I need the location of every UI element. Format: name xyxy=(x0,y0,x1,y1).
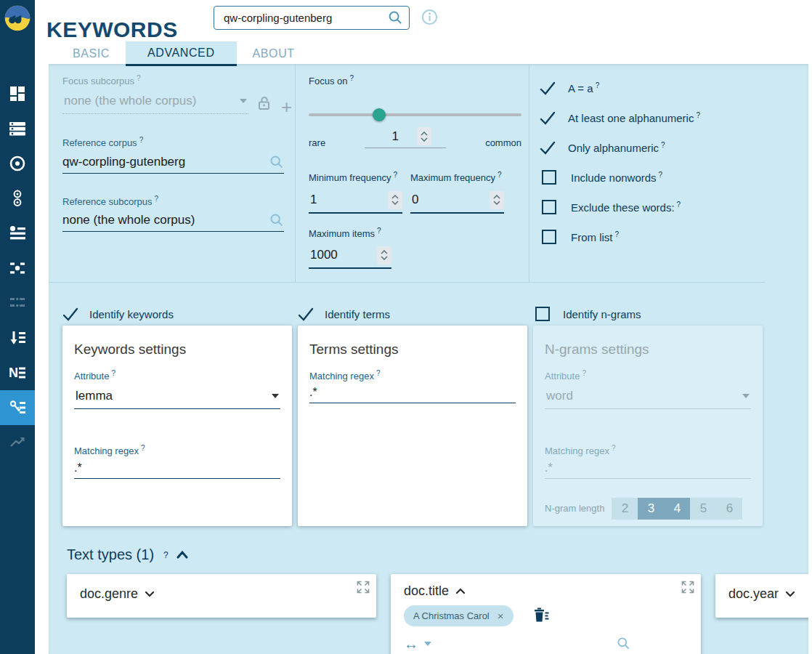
identify-terms-toggle[interactable]: Identify terms xyxy=(298,306,527,322)
minimum-frequency-field xyxy=(309,191,402,214)
terms-regex-field xyxy=(309,386,516,403)
maximum-items-input[interactable] xyxy=(309,247,355,263)
option-a-equals-a[interactable]: A = a? xyxy=(540,73,765,102)
help-icon[interactable]: ? xyxy=(696,111,700,119)
help-icon[interactable]: ? xyxy=(155,195,159,203)
ngram-length-segments: 2 3 4 5 6 xyxy=(612,498,742,520)
option-only-alphanumeric[interactable]: Only alphanumeric? xyxy=(540,132,765,162)
advanced-form-panel: Focus subcorpus? none (the whole corpus)… xyxy=(49,64,808,654)
frequency-sort-icon xyxy=(9,330,25,346)
tab-advanced[interactable]: ADVANCED xyxy=(126,41,237,66)
view-tabs: BASIC ADVANCED ABOUT xyxy=(57,41,311,66)
stepper-buttons[interactable] xyxy=(377,246,391,265)
minimum-frequency-input[interactable] xyxy=(309,192,355,208)
help-icon[interactable]: ? xyxy=(376,369,381,377)
remove-chip-icon[interactable]: × xyxy=(498,610,504,621)
sidebar-item-concordance[interactable] xyxy=(0,146,35,181)
sidebar-item-keywords[interactable] xyxy=(0,390,35,425)
stepper-buttons[interactable] xyxy=(417,127,431,145)
ngrams-regex-field xyxy=(545,461,751,479)
tab-about[interactable]: ABOUT xyxy=(237,41,311,66)
corpus-column: Focus subcorpus? none (the whole corpus)… xyxy=(49,64,296,282)
help-icon[interactable]: ? xyxy=(139,136,144,144)
identify-keywords-toggle[interactable]: Identify keywords xyxy=(62,306,292,322)
focus-subcorpus-select: none (the whole corpus) xyxy=(62,86,248,114)
maximum-frequency-input[interactable] xyxy=(410,192,457,208)
sidebar-item-dashboard[interactable] xyxy=(0,76,35,111)
keywords-attribute-select[interactable]: lemma xyxy=(74,382,280,409)
slider-max-label: common xyxy=(485,137,521,148)
chevron-down-icon[interactable] xyxy=(424,642,431,646)
app-logo[interactable] xyxy=(0,0,35,36)
range-toggle-icon[interactable]: ↔ xyxy=(404,639,418,649)
help-icon[interactable]: ? xyxy=(596,81,600,89)
chevron-up-icon[interactable] xyxy=(176,550,189,560)
expand-icon[interactable] xyxy=(681,580,695,597)
doc-title-toggle[interactable]: doc.title xyxy=(404,584,688,599)
clear-selection-trash-icon[interactable] xyxy=(533,607,549,625)
reference-corpus-input[interactable] xyxy=(62,155,269,169)
ngram-length-label: N-gram length xyxy=(545,503,604,514)
sidebar-item-word-sketch[interactable] xyxy=(0,181,35,216)
help-icon[interactable]: ? xyxy=(111,369,115,377)
help-icon[interactable]: ? xyxy=(377,227,381,235)
sidebar-item-ngrams[interactable]: N xyxy=(0,355,35,390)
ngram-length-3: 3 xyxy=(638,498,664,520)
doc-genre-toggle[interactable]: doc.genre xyxy=(80,586,363,602)
help-icon[interactable]: ? xyxy=(615,230,620,238)
option-include-nonwords[interactable]: Include nonwords? xyxy=(540,162,765,192)
maximum-items-label: Maximum items? xyxy=(309,227,529,239)
checkbox-empty-icon xyxy=(542,200,556,214)
maximum-items-field xyxy=(309,246,391,269)
focus-on-value-input[interactable] xyxy=(379,129,411,145)
sidebar-item-corpora[interactable] xyxy=(0,111,35,146)
help-icon[interactable]: ? xyxy=(349,74,354,82)
sketch-engine-logo-icon xyxy=(3,4,32,33)
matching-regex-label: Matching regex? xyxy=(74,444,280,456)
expand-icon[interactable] xyxy=(356,580,370,597)
help-icon[interactable]: ? xyxy=(393,171,397,179)
keywords-settings-card: Keywords settings Attribute? lemma Match… xyxy=(62,326,292,526)
selected-values-row: A Christmas Carol × xyxy=(404,605,688,626)
matching-regex-label: Matching regex? xyxy=(545,444,751,456)
help-icon[interactable]: ? xyxy=(498,171,502,179)
focus-on-slider[interactable] xyxy=(309,108,521,121)
search-icon[interactable] xyxy=(388,10,403,25)
value-chip: A Christmas Carol × xyxy=(404,605,513,626)
tab-basic[interactable]: BASIC xyxy=(57,41,126,66)
sidebar-item-trends xyxy=(0,425,35,460)
stepper-buttons[interactable] xyxy=(388,191,402,209)
slider-scale: rare common xyxy=(309,127,521,148)
help-icon[interactable]: ? xyxy=(661,141,665,149)
texttype-value-search-input[interactable] xyxy=(437,637,611,650)
keywords-regex-input[interactable] xyxy=(74,461,280,475)
search-icon xyxy=(269,213,284,227)
sidebar-item-sketch-diff[interactable] xyxy=(0,251,35,286)
option-exclude-these-words[interactable]: Exclude these words:? xyxy=(540,192,765,222)
help-icon[interactable]: ? xyxy=(141,444,145,452)
corpus-search-input[interactable] xyxy=(222,11,388,25)
option-from-list[interactable]: From list? xyxy=(540,222,765,251)
sidebar-item-frequency[interactable] xyxy=(0,320,35,355)
stepper-buttons[interactable] xyxy=(490,191,504,209)
help-icon[interactable]: ? xyxy=(659,171,663,179)
help-icon[interactable]: ? xyxy=(137,74,141,82)
slider-knob[interactable] xyxy=(373,108,386,121)
info-icon[interactable] xyxy=(421,9,438,28)
terms-regex-input[interactable] xyxy=(309,386,516,399)
focus-subcorpus-label: Focus subcorpus? xyxy=(62,74,295,86)
reference-subcorpus-input[interactable] xyxy=(62,213,269,227)
doc-year-toggle[interactable]: doc.year xyxy=(728,586,808,602)
help-icon[interactable]: ? xyxy=(677,201,681,209)
option-at-least-one-alphanumeric[interactable]: At least one alphanumeric? xyxy=(540,102,765,132)
texttype-card-doc-year: doc.year xyxy=(715,574,808,618)
slider-track[interactable] xyxy=(309,113,521,116)
help-icon[interactable]: ? xyxy=(163,550,169,560)
chevron-down-icon xyxy=(785,591,795,597)
add-subcorpus-icon[interactable]: + xyxy=(281,100,292,114)
keywords-icon xyxy=(9,400,25,416)
ngram-length-2: 2 xyxy=(612,498,638,520)
identify-ngrams-toggle[interactable]: Identify n-grams xyxy=(533,306,763,322)
ngram-length-5: 5 xyxy=(690,498,716,520)
sidebar-item-wordlist[interactable] xyxy=(0,216,35,251)
